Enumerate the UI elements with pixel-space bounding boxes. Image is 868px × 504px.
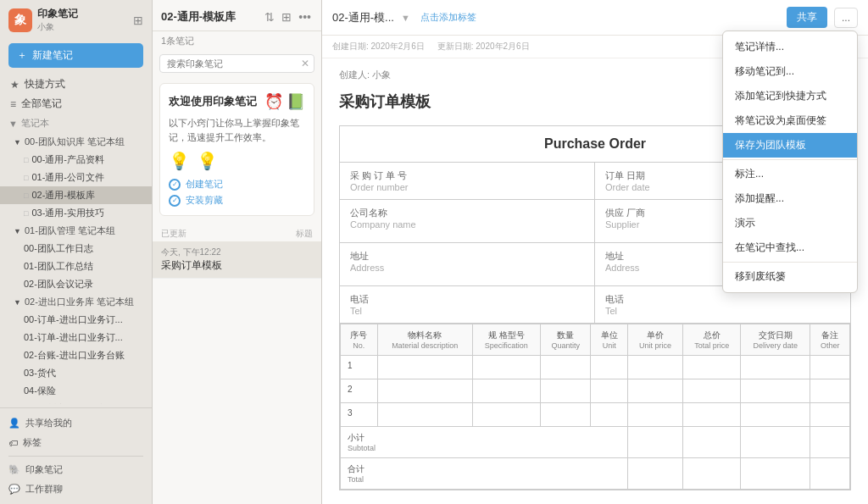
notebook-03-agent[interactable]: 03-货代 <box>0 364 152 382</box>
share-button[interactable]: 共享 <box>787 7 827 28</box>
notebook-02-template[interactable]: □ 02-通用-模板库 <box>0 186 152 204</box>
create-note-action[interactable]: ✓ 创建笔记 <box>169 178 305 191</box>
table-row-total: 合计 Total <box>341 458 850 490</box>
sidebar-header: 象 印象笔记 小象 ⊞ <box>0 0 152 40</box>
row3-total-price <box>682 403 740 427</box>
book-icon-3: □ <box>24 191 28 200</box>
notebook-01-summary[interactable]: 01-团队工作总结 <box>0 258 152 275</box>
book-icon-2: □ <box>24 174 28 182</box>
welcome-card: 欢迎使用印象笔记 ⏰ 📗 以下小窍门让你马上掌握印象笔记，迅速提升工作效率。 💡… <box>159 83 314 216</box>
notebook-01-mgmt[interactable]: ▼ 01-团队管理 笔记本组 <box>0 222 152 240</box>
po-address1-sub: Address <box>350 263 584 273</box>
app-title: 印象笔记 <box>37 7 78 21</box>
menu-item-desktop-widget[interactable]: 将笔记设为桌面便签 <box>723 108 857 133</box>
more-options-button[interactable]: ... <box>834 8 858 28</box>
menu-item-move-note[interactable]: 移动笔记到... <box>723 59 857 84</box>
note-list-more-button[interactable]: ••• <box>297 8 313 25</box>
po-tel1-label: 电话 <box>350 293 584 306</box>
context-menu: 笔记详情... 移动笔记到... 添加笔记到快捷方式 将笔记设为桌面便签 保存为… <box>722 30 858 293</box>
row3-other <box>810 403 850 427</box>
note-list-panel: 02-通用-模板库 ⇅ ⊞ ••• 1条笔记 ✕ 欢迎使用印象笔记 ⏰ 📗 以下… <box>153 0 322 504</box>
sidebar-item-shortcuts[interactable]: ★ 快捷方式 <box>0 75 152 94</box>
menu-item-search-in-note[interactable]: 在笔记中查找... <box>723 235 857 260</box>
menu-item-add-reminder[interactable]: 添加提醒... <box>723 186 857 211</box>
row3-unit-price <box>628 403 683 427</box>
lightbulb-icon: 💡 <box>197 151 218 171</box>
row2-delivery <box>741 379 810 403</box>
search-input[interactable] <box>159 54 314 73</box>
sidebar-nav: ★ 快捷方式 ≡ 全部笔记 ▼ 笔记本 ▼ 00-团队知识库 笔记本组 □ 00… <box>0 71 152 407</box>
sidebar-notebooks-header[interactable]: ▼ 笔记本 <box>0 114 152 133</box>
po-company-label: 公司名称 <box>350 207 584 219</box>
notebook-02-meeting[interactable]: 02-团队会议记录 <box>0 275 152 293</box>
notebook-00-team[interactable]: ▼ 00-团队知识库 笔记本组 <box>0 133 152 151</box>
row1-material <box>377 356 472 379</box>
po-tel2-label: 电话 <box>605 293 840 306</box>
note-item-purchase-order[interactable]: 今天, 下午12:22 采购订单模板 <box>153 241 321 279</box>
col-no: 序号 No. <box>341 324 378 356</box>
main-content: 02-通用-模... ▼ 点击添加标签 共享 ... 创建日期: 2020年2月… <box>322 0 868 504</box>
tag-add-label[interactable]: 点击添加标签 <box>420 12 476 22</box>
col-unit: 单位 Unit <box>591 324 628 356</box>
notebook-01-office[interactable]: □ 01-通用-公司文件 <box>0 169 152 186</box>
check-circle-1: ✓ <box>169 179 181 191</box>
po-address1-cell: 地址 Address <box>340 243 595 285</box>
notebook-03-skills[interactable]: □ 03-通用-实用技巧 <box>0 204 152 222</box>
view-toggle-button[interactable]: ⊞ <box>280 8 293 25</box>
notebook-00-diary[interactable]: 00-团队工作日志 <box>0 240 152 258</box>
subtotal-label-cell: 小计 Subtotal <box>341 427 628 458</box>
notebook-02-trade[interactable]: ▼ 02-进出口业务库 笔记本组 <box>0 293 152 311</box>
sidebar-item-evernote[interactable]: 🐘 印象笔记 <box>8 460 143 479</box>
menu-item-trash[interactable]: 移到废纸篓 <box>723 264 857 289</box>
col-qty: 数量 Quantity <box>540 324 591 356</box>
sidebar-toggle-icon[interactable]: ⊞ <box>133 14 143 27</box>
people-icon: 👤 <box>8 418 20 429</box>
row1-unit-price <box>628 356 683 379</box>
app-logo: 象 <box>8 8 32 32</box>
row2-unit <box>591 379 628 403</box>
row3-qty <box>540 403 591 427</box>
col-unit-price: 单价 Unit price <box>628 324 683 356</box>
notebook-00-order[interactable]: 00-订单-进出口业务订... <box>0 311 152 329</box>
notebook-00-product[interactable]: □ 00-通用-产品资料 <box>0 151 152 169</box>
sidebar: 象 印象笔记 小象 ⊞ ＋ 新建笔记 ★ 快捷方式 ≡ 全部笔记 ▼ 笔记本 ▼ <box>0 0 153 504</box>
po-tel1-cell: 电话 Tel <box>340 286 595 323</box>
menu-item-note-detail[interactable]: 笔记详情... <box>723 35 857 59</box>
check-circle-2: ✓ <box>169 195 181 207</box>
install-clipper-action[interactable]: ✓ 安装剪藏 <box>169 194 305 207</box>
notebook-02-account[interactable]: 02-台账-进出口业务台账 <box>0 346 152 364</box>
app-info: 印象笔记 小象 <box>37 7 78 33</box>
row1-spec <box>472 356 540 379</box>
menu-item-annotate[interactable]: 标注... <box>723 162 857 186</box>
row1-unit <box>591 356 628 379</box>
notebook-03-europe[interactable]: ▼ 03-欧州市场 笔记本组 <box>0 400 152 404</box>
welcome-icons: ⏰ 📗 <box>264 92 305 111</box>
menu-item-show[interactable]: 演示 <box>723 211 857 235</box>
plus-icon: ＋ <box>17 48 27 63</box>
sidebar-item-chat[interactable]: 💬 工作群聊 <box>8 479 143 499</box>
new-note-button[interactable]: ＋ 新建笔记 <box>8 43 143 68</box>
toolbar-dropdown-icon[interactable]: ▼ <box>401 13 410 23</box>
app-user: 小象 <box>37 21 78 33</box>
toolbar-right: 共享 ... <box>787 7 858 28</box>
expand-icon: ▼ <box>14 138 21 147</box>
book-emoji-icon: 📗 <box>287 92 305 111</box>
total-total-price <box>682 458 740 490</box>
total-other <box>810 458 850 490</box>
sidebar-item-all-notes[interactable]: ≡ 全部笔记 <box>0 94 152 114</box>
sidebar-footer: 👤 共享给我的 🏷 标签 🐘 印象笔记 💬 工作群聊 <box>0 407 152 504</box>
table-row: 3 <box>341 403 850 427</box>
notebook-04-insurance[interactable]: 04-保险 <box>0 382 152 400</box>
sidebar-item-tags[interactable]: 🏷 标签 <box>8 433 143 452</box>
menu-item-add-shortcut[interactable]: 添加笔记到快捷方式 <box>723 84 857 108</box>
book-icon: □ <box>24 156 28 164</box>
sidebar-item-shared[interactable]: 👤 共享给我的 <box>8 413 143 433</box>
menu-divider-2 <box>723 262 857 263</box>
sort-button[interactable]: ⇅ <box>263 8 276 25</box>
row2-spec <box>472 379 540 403</box>
menu-item-save-template[interactable]: 保存为团队模板 <box>723 133 857 158</box>
po-order-number-label: 采 购 订 单 号 <box>350 169 584 182</box>
notebook-01-order[interactable]: 01-订单-进出口业务订... <box>0 329 152 346</box>
search-clear-icon[interactable]: ✕ <box>301 58 309 69</box>
row2-qty <box>540 379 591 403</box>
